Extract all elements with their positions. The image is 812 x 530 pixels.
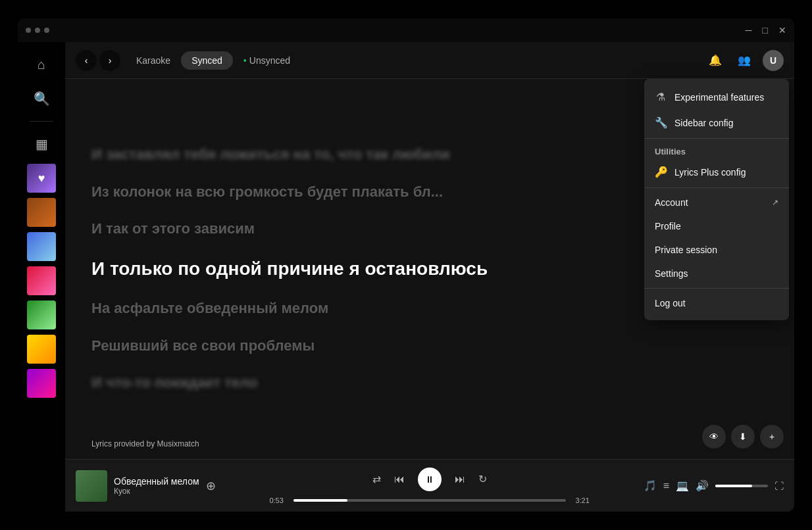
lyrics-button[interactable]: 🎵 <box>644 479 657 492</box>
sidebar-item-home[interactable]: ⌂ <box>27 50 56 79</box>
player-right: 🎵 ≡ 💻 🔊 ⛶ <box>644 479 784 492</box>
maximize-button[interactable]: □ <box>763 26 768 35</box>
sidebar-item-playlist-2[interactable] <box>27 232 56 261</box>
now-playing-info: Обведенный мелом Куок <box>114 476 199 496</box>
lyric-line-7[interactable]: И что-то покидает тело <box>91 373 257 393</box>
sidebar-item-playlist-1[interactable] <box>27 198 56 227</box>
dropdown-item-experimental[interactable]: ⚗ Experimental features <box>644 84 789 110</box>
logout-label: Log out <box>655 298 686 308</box>
dropdown-item-profile[interactable]: Profile <box>644 214 789 238</box>
lyrics-credit: Lyrics provided by Musixmatch <box>91 439 199 448</box>
notifications-button[interactable]: 🔔 <box>705 50 726 71</box>
dropdown-item-lyrics-plus[interactable]: 🔑 Lyrics Plus config <box>644 159 789 185</box>
heart-icon: ♥ <box>38 172 45 185</box>
dropdown-item-sidebar-config[interactable]: 🔧 Sidebar config <box>644 110 789 135</box>
dropdown-menu: ⚗ Experimental features 🔧 Sidebar config… <box>644 79 789 320</box>
private-session-label: Private session <box>655 245 717 255</box>
download-button[interactable]: ⬇ <box>731 425 755 448</box>
forward-button[interactable]: › <box>99 50 120 71</box>
title-bar-dots <box>26 28 49 33</box>
close-button[interactable]: ✕ <box>778 26 786 35</box>
dot-1 <box>26 28 31 33</box>
total-time: 3:21 <box>571 496 594 504</box>
add-to-library-button[interactable]: ⊕ <box>206 479 216 493</box>
unsynced-dot: • <box>243 55 247 66</box>
back-button[interactable]: ‹ <box>76 50 97 71</box>
lyric-line-6[interactable]: Решивший все свои проблемы <box>91 337 315 356</box>
tab-karaoke[interactable]: Karaoke <box>128 51 178 70</box>
dot-3 <box>44 28 49 33</box>
sidebar-item-playlist-4[interactable] <box>27 301 56 329</box>
sidebar: ⌂ 🔍 ▦ ♥ <box>18 42 65 512</box>
title-bar-controls: ─ □ ✕ <box>746 26 786 35</box>
next-button[interactable]: ⏭ <box>455 473 465 485</box>
avatar-button[interactable]: U <box>763 50 784 71</box>
profile-label: Profile <box>655 221 681 231</box>
sidebar-item-library[interactable]: ▦ <box>27 130 56 158</box>
nav-arrows: ‹ › <box>76 50 120 71</box>
sidebar-item-playlist-5[interactable] <box>27 335 56 364</box>
volume-button[interactable]: 🔊 <box>696 479 709 492</box>
sidebar-divider <box>30 121 53 122</box>
account-label: Account <box>655 197 688 208</box>
lyric-line-1[interactable]: И заставлял тебя ложиться на то, что так… <box>91 145 449 164</box>
lyric-line-4[interactable]: И только по одной причине я остановлюсь <box>91 257 488 281</box>
dropdown-divider-1 <box>644 138 789 139</box>
player-controls: ⇄ ⏮ ⏸ ⏭ ↻ 0:53 3:21 <box>224 468 636 504</box>
title-bar: ─ □ ✕ <box>18 18 794 42</box>
dropdown-item-logout[interactable]: Log out <box>644 291 789 315</box>
lyrics-actions: 👁 ⬇ + <box>702 425 784 448</box>
volume-bar[interactable] <box>715 485 768 487</box>
dropdown-item-private-session[interactable]: Private session <box>644 238 789 262</box>
main-layout: ⌂ 🔍 ▦ ♥ ‹ › <box>18 42 794 512</box>
content-area: ‹ › Karaoke Synced •Unsynced 🔔 👥 <box>65 42 794 512</box>
shuffle-button[interactable]: ⇄ <box>372 473 381 485</box>
top-bar: ‹ › Karaoke Synced •Unsynced 🔔 👥 <box>65 42 794 79</box>
track-artist: Куок <box>114 487 199 496</box>
album-art <box>76 470 107 502</box>
progress-track[interactable] <box>293 499 566 502</box>
lyric-line-2[interactable]: Из колонок на всю громкость будет плакат… <box>91 183 443 202</box>
sidebar-item-playlist-3[interactable] <box>27 266 56 295</box>
lyrics-tabs: Karaoke Synced •Unsynced <box>128 51 298 70</box>
volume-fill <box>715 485 752 487</box>
friends-button[interactable]: 👥 <box>734 50 755 71</box>
avatar-icon: U <box>770 55 776 66</box>
minimize-button[interactable]: ─ <box>746 26 752 35</box>
fullscreen-button[interactable]: ⛶ <box>774 481 784 491</box>
progress-bar[interactable]: 0:53 3:21 <box>265 496 594 504</box>
previous-button[interactable]: ⏮ <box>394 473 405 485</box>
lyric-line-5[interactable]: На асфальте обведенный мелом <box>91 299 328 318</box>
repeat-button[interactable]: ↻ <box>478 473 487 485</box>
utilities-section-label: Utilities <box>644 141 789 159</box>
sidebar-item-liked-songs[interactable]: ♥ <box>27 164 56 193</box>
bell-icon: 🔔 <box>709 54 722 66</box>
tab-unsynced[interactable]: •Unsynced <box>236 51 298 70</box>
current-time: 0:53 <box>265 496 288 504</box>
experimental-label: Experimental features <box>674 92 764 103</box>
experimental-icon: ⚗ <box>655 91 667 103</box>
library-icon: ▦ <box>36 136 48 152</box>
queue-button[interactable]: ≡ <box>663 480 669 492</box>
toggle-view-button[interactable]: 👁 <box>702 425 726 448</box>
sidebar-config-label: Sidebar config <box>674 118 734 128</box>
dropdown-divider-2 <box>644 187 789 188</box>
devices-button[interactable]: 💻 <box>676 479 689 492</box>
sidebar-item-search[interactable]: 🔍 <box>27 84 56 113</box>
search-icon: 🔍 <box>34 91 50 107</box>
dot-2 <box>35 28 40 33</box>
add-to-playlist-button[interactable]: + <box>760 425 784 448</box>
sidebar-item-playlist-6[interactable] <box>27 369 56 398</box>
lyrics-plus-label: Lyrics Plus config <box>674 167 746 178</box>
dropdown-item-account[interactable]: Account ↗ <box>644 191 789 214</box>
tab-synced[interactable]: Synced <box>181 51 233 70</box>
track-title: Обведенный мелом <box>114 476 199 487</box>
lyric-line-3[interactable]: И так от этого зависим <box>91 220 255 239</box>
friends-icon: 👥 <box>738 54 751 66</box>
dropdown-divider-3 <box>644 288 789 289</box>
dropdown-item-settings[interactable]: Settings <box>644 262 789 285</box>
player-bar: Обведенный мелом Куок ⊕ ⇄ ⏮ ⏸ ⏭ ↻ 0:53 <box>65 459 794 512</box>
settings-label: Settings <box>655 268 688 279</box>
play-pause-button[interactable]: ⏸ <box>418 468 442 491</box>
app-window: ─ □ ✕ ⌂ 🔍 ▦ ♥ <box>18 18 794 512</box>
